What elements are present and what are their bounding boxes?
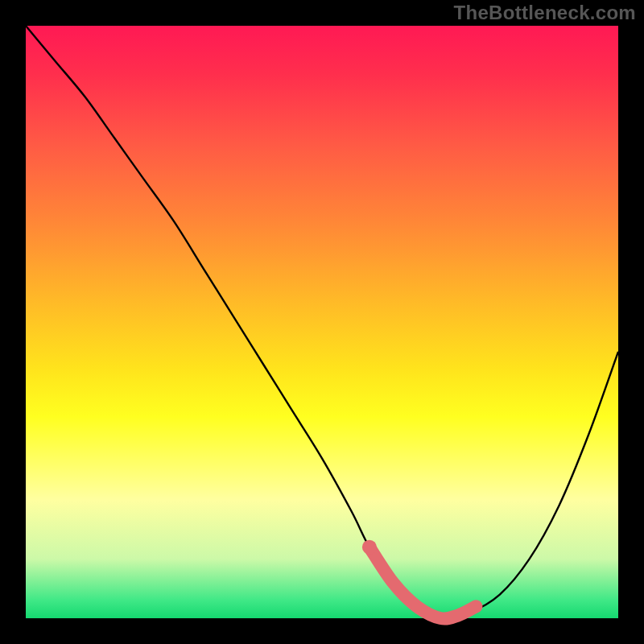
plot-area	[26, 26, 618, 618]
optimal-range-start-dot	[362, 540, 377, 555]
watermark-text: TheBottleneck.com	[454, 2, 636, 24]
curve-svg	[26, 26, 618, 618]
bottleneck-curve	[26, 26, 618, 618]
optimal-range-highlight	[369, 547, 477, 619]
chart-frame: TheBottleneck.com	[0, 0, 644, 644]
